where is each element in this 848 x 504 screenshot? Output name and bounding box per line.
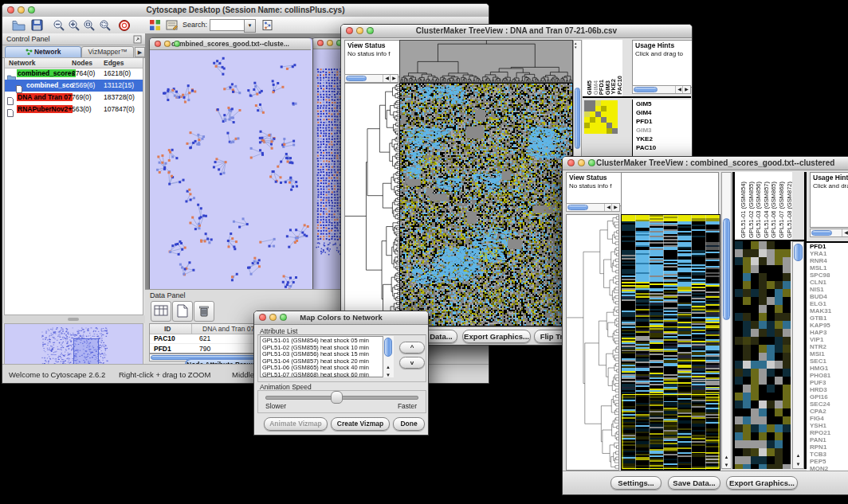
gene-list-item[interactable]: NIS1 <box>807 286 848 293</box>
tv1-status-hscrollbar[interactable]: ◀ ▶ <box>344 74 398 83</box>
scrollbar-thumb[interactable] <box>811 230 832 236</box>
zoom-in-icon[interactable] <box>66 18 82 33</box>
window-controls[interactable] <box>259 314 287 321</box>
tv2-zoom-view[interactable] <box>735 241 791 469</box>
save-icon[interactable] <box>29 18 45 33</box>
tv1-row-dendrogram[interactable] <box>344 83 400 326</box>
network1-view-canvas[interactable] <box>150 50 311 289</box>
minimize-icon[interactable] <box>18 6 25 14</box>
tv1-correlation-matrix[interactable] <box>584 100 618 135</box>
scroll-right-icon[interactable]: ▶ <box>611 204 619 211</box>
tv2-heatmap[interactable] <box>621 214 720 471</box>
minimize-icon[interactable] <box>327 40 333 46</box>
gene-list-item[interactable]: KAP95 <box>807 322 848 329</box>
zoom-icon[interactable] <box>28 6 35 14</box>
gene-list-item[interactable]: VIP1 <box>807 336 848 343</box>
animate-vizmap-button[interactable]: Animate Vizmap <box>264 417 328 431</box>
gene-list-item[interactable]: GPI16 <box>807 393 848 400</box>
gene-list-item[interactable]: RPO21 <box>807 429 848 436</box>
scrollbar-thumb[interactable] <box>575 88 580 149</box>
open-folder-icon[interactable] <box>10 18 26 33</box>
dialog-titlebar[interactable]: Map Colors to Network <box>254 311 428 325</box>
tv1-heatmap[interactable] <box>399 83 573 326</box>
minimize-icon[interactable] <box>356 27 363 34</box>
vizmap-squares-icon[interactable] <box>147 18 163 33</box>
search-input[interactable] <box>210 19 245 31</box>
tv2-hints-hscrollbar[interactable]: ◀ ▶ <box>810 229 848 237</box>
table-row[interactable]: combined_scores2764(0)16218(0) <box>5 68 143 80</box>
tv1-column-dendrogram[interactable] <box>399 40 573 83</box>
new-attribute-icon[interactable] <box>172 301 193 322</box>
main-titlebar[interactable]: Cytoscape Desktop (Session Name: collins… <box>2 4 489 18</box>
scroll-right-icon[interactable]: ▶ <box>682 86 690 93</box>
search-dropdown-arrow[interactable]: ▼ <box>244 19 256 33</box>
gene-list-item[interactable]: PFD1 <box>633 117 692 126</box>
gene-list-item[interactable]: HMG1 <box>807 365 848 372</box>
scroll-up-icon[interactable]: ▲ <box>793 453 803 458</box>
treeview2-titlebar[interactable]: ClusterMaker TreeView : combined_scores_… <box>563 157 848 170</box>
scroll-left-icon[interactable]: ◀ <box>842 229 848 236</box>
gene-list-item[interactable]: CPA2 <box>807 408 848 415</box>
gene-list-item[interactable]: MSL1 <box>807 264 848 272</box>
zoom-icon[interactable] <box>174 41 180 47</box>
table-row[interactable]: RNAPuberNov2+563(0)107847(0) <box>5 104 143 115</box>
gene-list-item[interactable]: HAP3 <box>807 329 848 336</box>
gene-list-item[interactable]: RPN1 <box>807 443 848 451</box>
annotation-icon[interactable] <box>164 18 180 33</box>
split-arrows-icon[interactable]: ▴▾ <box>575 41 577 49</box>
col-header-nodes[interactable]: Nodes <box>72 59 92 67</box>
col-header-network[interactable]: Network <box>9 59 36 67</box>
paste-network-icon[interactable] <box>259 18 275 33</box>
window-controls[interactable] <box>7 6 35 14</box>
close-icon[interactable] <box>317 40 324 46</box>
gene-list-item[interactable]: SEC24 <box>807 400 848 408</box>
attribute-list[interactable]: GPL51-01 (GSM854) heat shock 05 minGPL51… <box>260 336 394 377</box>
treeview1-titlebar[interactable]: ClusterMaker TreeView : DNA and Tran 07-… <box>341 25 692 38</box>
help-lifesaver-icon[interactable] <box>116 18 132 33</box>
attribute-list-vscrollbar[interactable]: ▲ ▼ <box>383 336 394 377</box>
scroll-down-icon[interactable]: ▼ <box>383 373 393 377</box>
gene-list-item[interactable]: YSH1 <box>807 422 848 429</box>
zoom-icon[interactable] <box>280 314 287 321</box>
tab-network[interactable]: Network <box>5 46 81 58</box>
gene-list-item[interactable]: BUD4 <box>807 293 848 300</box>
gene-list-item[interactable]: SPC98 <box>807 272 848 279</box>
col-header-id[interactable]: ID <box>164 325 171 333</box>
tv1-hints-hscrollbar[interactable]: ◀ ▶ <box>632 85 691 94</box>
gene-list-item[interactable]: GIM4 <box>633 108 692 117</box>
gene-list-item[interactable]: PHO81 <box>807 372 848 379</box>
gene-list-item[interactable]: GTB1 <box>807 315 848 322</box>
scrollbar-thumb[interactable] <box>567 205 588 210</box>
save-data-button[interactable]: Save Data... <box>668 476 720 490</box>
done-button[interactable]: Done <box>393 417 425 431</box>
gene-list-item[interactable]: MON2 <box>807 465 848 471</box>
network-view-window-1[interactable]: combined_scores_good.txt--cluste... <box>149 37 313 291</box>
attribute-list-item[interactable]: GPL51-07 (GSM868) heat shock 60 min <box>262 372 391 377</box>
export-graphics-button[interactable]: Export Graphics... <box>726 476 798 490</box>
gene-list-item[interactable]: TCB3 <box>807 451 848 458</box>
settings-button[interactable]: Settings... <box>610 476 662 490</box>
gene-list-item[interactable]: PAN1 <box>807 436 848 443</box>
gene-list-item[interactable]: CLN1 <box>807 279 848 286</box>
gene-list-item[interactable]: RNR4 <box>807 257 848 264</box>
tv2-column-dendrogram-area[interactable] <box>621 172 719 214</box>
tv2-status-hscrollbar[interactable]: ◀ ▶ <box>566 203 620 212</box>
close-icon[interactable] <box>259 314 266 321</box>
zoom-icon[interactable] <box>588 159 595 166</box>
gene-list-item[interactable]: MSI1 <box>807 350 848 357</box>
scroll-down-icon[interactable]: ▼ <box>793 462 803 467</box>
tab-overflow-arrow[interactable]: ▶ <box>135 47 145 57</box>
window-controls[interactable] <box>346 27 374 34</box>
gene-list-item[interactable]: GIM5 <box>633 100 692 108</box>
gene-list-item[interactable]: SEC1 <box>807 357 848 365</box>
close-icon[interactable] <box>7 6 14 14</box>
gene-list-item[interactable]: PEP5 <box>807 458 848 465</box>
zoom-fit-icon[interactable] <box>97 18 113 33</box>
export-graphics-button[interactable]: Export Graphics... <box>462 330 531 343</box>
zoom-selected-icon[interactable] <box>81 18 97 33</box>
gene-list-item[interactable]: GIM3 <box>633 126 692 135</box>
window-controls[interactable] <box>155 41 180 47</box>
gene-list-item[interactable]: PAC10 <box>633 143 692 152</box>
close-icon[interactable] <box>346 27 353 34</box>
close-icon[interactable] <box>567 159 575 166</box>
